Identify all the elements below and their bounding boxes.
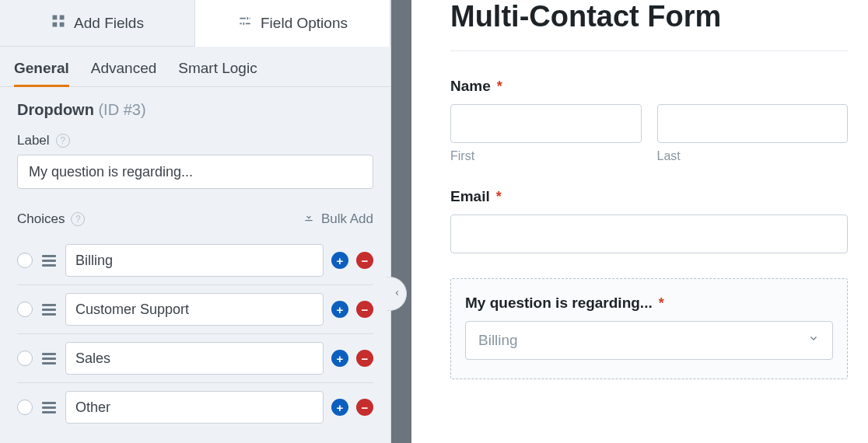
panel-scroll: Dropdown (ID #3) Label ? Choices ? Bulk … [0, 87, 390, 443]
drag-handle-icon[interactable] [40, 400, 58, 415]
remove-choice-button[interactable]: − [356, 399, 373, 416]
choice-default-radio[interactable] [17, 351, 33, 366]
chevron-left-icon [392, 287, 401, 301]
drag-handle-icon[interactable] [40, 351, 58, 366]
sub-tab-general[interactable]: General [14, 60, 69, 86]
choice-default-radio[interactable] [17, 399, 33, 415]
add-choice-button[interactable]: + [331, 399, 348, 416]
field-id-label: (ID #3) [98, 101, 145, 118]
choice-row: +− [17, 333, 373, 382]
tab-add-fields-label: Add Fields [74, 15, 144, 32]
minus-icon: − [362, 352, 369, 365]
svg-rect-1 [60, 16, 65, 20]
plus-icon: + [337, 352, 344, 365]
help-icon[interactable]: ? [56, 134, 70, 148]
panel-sub-tabs: General Advanced Smart Logic [0, 47, 390, 87]
field-heading: Dropdown (ID #3) [17, 101, 373, 119]
email-input[interactable] [450, 215, 848, 253]
choices-caption: Choices [17, 211, 65, 227]
add-choice-button[interactable]: + [331, 301, 348, 318]
label-row: Label ? [17, 133, 373, 148]
field-dropdown-selected[interactable]: My question is regarding... * Billing [450, 278, 848, 379]
dropdown-selected-value: Billing [478, 332, 518, 349]
tab-field-options-label: Field Options [261, 15, 348, 32]
choice-default-radio[interactable] [17, 253, 33, 268]
divider [450, 51, 848, 51]
label-input[interactable] [17, 155, 373, 189]
form-preview: Multi-Contact Form Name * First Last Ema… [411, 0, 868, 443]
label-caption: Label [17, 133, 50, 148]
download-icon [303, 211, 315, 227]
panel-top-tabs: Add Fields Field Options [0, 0, 390, 47]
collapse-panel-button[interactable] [387, 277, 407, 311]
tab-field-options[interactable]: Field Options [195, 0, 390, 47]
sub-tab-advanced[interactable]: Advanced [91, 60, 157, 86]
remove-choice-button[interactable]: − [356, 252, 373, 269]
sub-tab-smart-logic[interactable]: Smart Logic [178, 60, 257, 86]
name-label: Name [450, 78, 491, 95]
plus-icon: + [337, 254, 344, 267]
remove-choice-button[interactable]: − [356, 350, 373, 367]
svg-rect-2 [53, 23, 58, 27]
chevron-down-icon [807, 332, 820, 349]
choices-list: +−+−+−+− [17, 236, 373, 431]
add-choice-button[interactable]: + [331, 350, 348, 367]
email-label: Email [450, 188, 490, 205]
choice-input[interactable] [65, 391, 324, 424]
choice-input[interactable] [65, 342, 324, 375]
minus-icon: − [362, 401, 369, 414]
choice-row: +− [17, 382, 373, 431]
svg-rect-3 [60, 23, 65, 27]
panel-gutter [391, 0, 411, 443]
choice-row: +− [17, 236, 373, 284]
field-name[interactable]: Name * First Last [450, 78, 848, 163]
help-icon[interactable]: ? [71, 212, 85, 226]
first-name-input[interactable] [450, 104, 642, 143]
dropdown-select[interactable]: Billing [465, 321, 833, 360]
tab-add-fields[interactable]: Add Fields [0, 0, 195, 47]
choice-default-radio[interactable] [17, 302, 33, 317]
form-title: Multi-Contact Form [450, 0, 848, 33]
last-name-input[interactable] [657, 104, 849, 143]
builder-panel: Add Fields Field Options General Advance… [0, 0, 391, 443]
first-sublabel: First [450, 149, 642, 163]
grid-icon [51, 13, 66, 33]
svg-rect-0 [53, 16, 58, 20]
minus-icon: − [362, 303, 369, 316]
drag-handle-icon[interactable] [40, 302, 58, 317]
required-mark: * [496, 189, 502, 205]
field-type-label: Dropdown [17, 101, 94, 118]
choices-header: Choices ? Bulk Add [17, 211, 373, 227]
drag-handle-icon[interactable] [40, 253, 58, 268]
required-mark: * [497, 78, 502, 95]
plus-icon: + [337, 303, 344, 316]
add-choice-button[interactable]: + [331, 252, 348, 269]
choice-input[interactable] [65, 244, 324, 277]
sliders-icon [237, 13, 253, 33]
bulk-add-label: Bulk Add [321, 211, 373, 227]
last-sublabel: Last [657, 149, 849, 163]
choice-input[interactable] [65, 293, 324, 326]
minus-icon: − [362, 254, 369, 267]
bulk-add-button[interactable]: Bulk Add [303, 211, 373, 227]
plus-icon: + [337, 401, 344, 414]
dropdown-label: My question is regarding... [465, 295, 653, 312]
remove-choice-button[interactable]: − [356, 301, 373, 318]
choice-row: +− [17, 284, 373, 333]
field-email[interactable]: Email * [450, 188, 848, 253]
required-mark: * [659, 295, 664, 312]
